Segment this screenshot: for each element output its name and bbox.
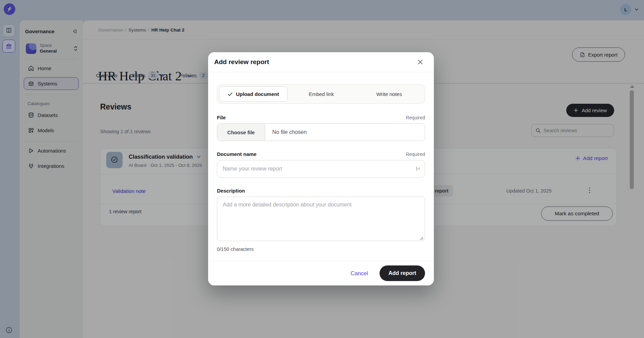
- close-icon[interactable]: [416, 57, 425, 67]
- add-report-button[interactable]: Add report: [380, 265, 425, 281]
- tab-embed-link[interactable]: Embed link: [288, 86, 355, 102]
- description-field[interactable]: [217, 197, 425, 241]
- document-name-label: Document name: [217, 151, 257, 157]
- file-status-text: No file chosen: [265, 124, 307, 141]
- tab-upload-document[interactable]: Upload document: [219, 86, 288, 102]
- add-review-report-modal: Add review report Upload document Embed …: [208, 52, 434, 285]
- resize-handle-icon[interactable]: [420, 236, 423, 240]
- tab-label: Embed link: [309, 91, 334, 97]
- tab-write-notes[interactable]: Write notes: [355, 86, 423, 102]
- choose-file-button[interactable]: Choose file: [217, 124, 265, 141]
- modal-title: Add review report: [214, 58, 269, 66]
- check-icon: [227, 92, 233, 97]
- file-required-badge: Required: [406, 115, 425, 120]
- tab-label: Write notes: [376, 91, 402, 97]
- description-label: Description: [217, 188, 245, 194]
- file-input[interactable]: Choose file No file chosen: [217, 123, 425, 141]
- report-type-tabs: Upload document Embed link Write notes: [217, 84, 425, 104]
- tab-label: Upload document: [236, 91, 279, 97]
- document-name-required-badge: Required: [406, 152, 425, 157]
- text-cursor-icon: [416, 166, 420, 172]
- character-counter: 0/150 characters: [217, 246, 425, 252]
- cancel-button[interactable]: Cancel: [351, 270, 368, 277]
- file-label: File: [217, 115, 226, 120]
- document-name-field[interactable]: [223, 166, 416, 172]
